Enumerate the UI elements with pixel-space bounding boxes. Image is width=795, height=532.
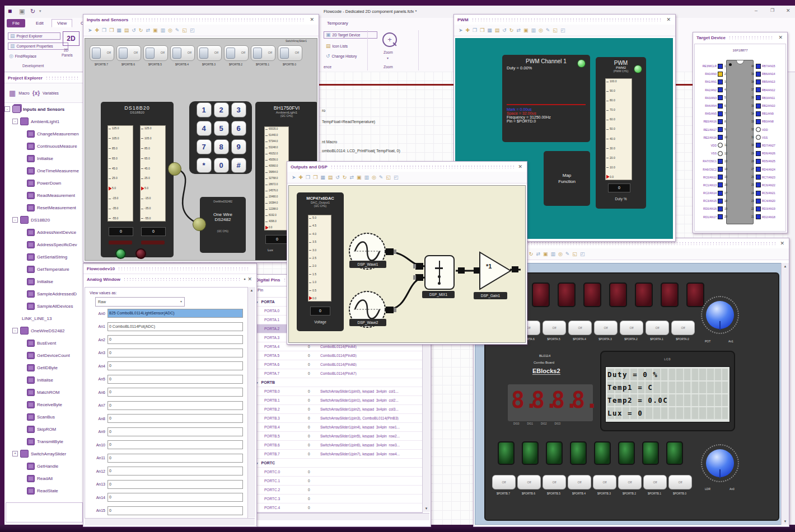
tree-item[interactable]: Initialise <box>4 152 84 164</box>
tree-expander-icon[interactable]: - <box>12 217 18 223</box>
digital-pin-row[interactable]: PORTB <box>254 378 422 387</box>
port-switch-button[interactable]: Off <box>517 475 541 489</box>
component-properties-button[interactable]: ▥ Component Properties <box>8 43 68 50</box>
toggle-switch-body[interactable]: Off <box>251 45 275 61</box>
quick-access-caret-icon[interactable]: ▾ <box>39 9 41 13</box>
dsp-gain-label[interactable]: DSP_Gain1 <box>474 292 507 299</box>
rotate-left-icon[interactable]: ↺ <box>335 175 340 180</box>
port-switch[interactable]: Off $PORTB.6 <box>517 475 540 495</box>
port-switch-button[interactable]: Off <box>568 475 591 489</box>
board-panel-scrollbar[interactable]: ▲ ▼ <box>781 263 789 525</box>
analog-channel-value[interactable]: 0 ComboBL0114Pot(ADC) <box>107 322 243 331</box>
tree-item[interactable]: GetHandle <box>4 460 84 472</box>
toggle-switch-body[interactable]: Off <box>143 45 168 61</box>
panel-close-icon[interactable]: ✕ <box>665 17 672 22</box>
rotate-right-icon[interactable]: ↻ <box>529 252 534 257</box>
chip-pin[interactable]: RA7/OSC1 13 <box>695 157 732 165</box>
chip-pin[interactable]: 26 RC7/AN23 <box>747 173 785 181</box>
rotate-left-icon[interactable]: ↺ <box>502 28 507 33</box>
front-icon[interactable]: ◱ <box>386 175 391 180</box>
save-icon[interactable]: ▣ <box>19 8 25 15</box>
gauge-icon[interactable]: ◎ <box>168 28 172 33</box>
hand-icon[interactable]: ✚ <box>299 175 303 180</box>
tree-item[interactable]: ContinuousMeasure <box>4 140 84 152</box>
port-switch-button[interactable]: Off <box>643 475 667 489</box>
camera-icon[interactable]: ▣ <box>543 252 548 257</box>
chip-pin[interactable]: VDD 11 <box>695 142 732 149</box>
dsp-wave1-label[interactable]: DSP_Wave1 <box>349 261 386 268</box>
grid-icon[interactable]: ▤ <box>328 175 333 180</box>
chip-pin[interactable]: RA0/AN0 2 <box>695 70 732 78</box>
keypad-key[interactable]: 6 <box>231 121 246 136</box>
tree-item[interactable]: - AmbientLight1 <box>4 115 84 128</box>
tree-item[interactable]: ReadState <box>4 484 84 497</box>
tree-item[interactable]: SampleAddressedD <box>4 288 84 300</box>
chip-pin[interactable]: 25 RC6/AN22 <box>747 181 785 189</box>
dac-value[interactable]: 0 <box>310 307 330 316</box>
minimize-panel-icon[interactable]: ▪ <box>242 276 246 282</box>
toggle-switch-body[interactable]: Off <box>224 45 249 61</box>
component-icon[interactable]: ▦ <box>320 175 325 180</box>
toggle-switch[interactable]: Off $PORTB.7 <box>90 45 113 66</box>
chart-icon[interactable]: ▥ <box>364 175 369 180</box>
pencil-icon[interactable]: ✎ <box>175 28 180 33</box>
analog-channel-value[interactable]: 0 <box>107 401 243 410</box>
digital-pin-row[interactable]: PORTB.5 0 SwitchArraySlider1(pin5), keyp… <box>254 432 422 441</box>
minimize-button[interactable]: – <box>755 8 757 13</box>
tab-file[interactable]: File <box>7 19 25 27</box>
copy-icon[interactable]: ❐ <box>102 28 106 33</box>
chip-pin[interactable]: VSS 12 <box>695 149 732 157</box>
chip-pin[interactable]: RD1/AN17 20 <box>695 213 732 221</box>
paste-icon[interactable]: ❒ <box>109 28 114 33</box>
pencil-icon[interactable]: ✎ <box>379 175 384 180</box>
chip-pin[interactable]: RC3/AN15 18 <box>695 197 732 205</box>
port-switch-button[interactable]: Off <box>543 321 566 335</box>
tab-temporary[interactable]: Temporary <box>321 19 354 27</box>
tab-view[interactable]: View <box>52 19 72 27</box>
digital-pin-row[interactable]: PORTB.6 0 SwitchArraySlider1(pin6), keyp… <box>254 441 422 450</box>
ds18b20-block[interactable]: DS18B20 DS18B20 125.0105.085.065.045.025… <box>101 102 174 257</box>
digital-pin-row[interactable]: PORTB.7 0 SwitchArraySlider1(pin7), keyp… <box>254 450 422 459</box>
digital-pin-row[interactable]: PORTB.3 0 SwitchArraySlider1(pin3), Comb… <box>254 414 422 423</box>
chip-pin[interactable]: RE3/MCLR 1 <box>695 62 732 70</box>
pencil-icon[interactable]: ✎ <box>565 252 570 257</box>
tree-item[interactable]: - Inputs and Sensors <box>4 103 84 115</box>
panel-close-icon[interactable]: ✕ <box>517 164 523 170</box>
port-switch[interactable]: Off $PORTB.4 <box>568 475 590 495</box>
port-switch[interactable]: Off $PORTB.2 <box>618 475 640 495</box>
chip-pin[interactable]: 40 RB7/AN15 <box>747 62 785 70</box>
dsp-mix-label[interactable]: DSP_MIX1 <box>422 291 455 298</box>
hand-icon[interactable]: ✚ <box>466 28 470 33</box>
port-switch[interactable]: Off $PORTA.3 <box>594 321 616 341</box>
copy-icon[interactable]: ❐ <box>306 175 310 180</box>
port-switch-button[interactable]: Off <box>492 475 516 489</box>
keypad-key[interactable]: 9 <box>231 139 246 154</box>
grid-icon[interactable]: ▤ <box>495 28 500 33</box>
chip-pin[interactable]: 21 RD2/AN18 <box>747 213 785 221</box>
camera-icon[interactable]: ▣ <box>357 175 362 180</box>
chip-pin[interactable]: RA6/OSC2 14 <box>695 165 732 173</box>
icon-lists-button[interactable]: ▤ Icon Lists <box>326 44 348 49</box>
chip-pin[interactable]: 28 RD5/AN25 <box>747 157 785 165</box>
front-icon[interactable]: ◱ <box>553 28 558 33</box>
pot-knob[interactable] <box>701 296 739 334</box>
analog-channel-value[interactable]: 0 <box>107 480 243 489</box>
onewire-block[interactable]: OneWireDS2482 One Wire DS2482 (I2C CH1) <box>200 197 246 253</box>
port-switch-button[interactable]: Off <box>593 475 616 489</box>
tree-item[interactable]: ScanBus <box>4 411 84 423</box>
chart-icon[interactable]: ▥ <box>550 252 555 257</box>
port-switch-button[interactable]: Off <box>568 321 592 335</box>
back-icon[interactable]: ◰ <box>560 28 565 33</box>
tree-expander-icon[interactable]: + <box>12 451 18 456</box>
port-switch[interactable]: Off $PORTB.1 <box>643 475 666 495</box>
variables-icon[interactable]: {x} <box>32 90 40 96</box>
analog-window-hscrollbar[interactable] <box>85 518 255 525</box>
chip-pin[interactable]: RC2/AN14 17 <box>695 189 732 197</box>
chip-pin[interactable]: 29 RD6/AN26 <box>747 149 785 157</box>
tree-item[interactable]: MatchROM <box>4 386 84 398</box>
tree-item[interactable]: - OneWireDS2482 <box>4 324 84 337</box>
digital-pins-hscrollbar[interactable] <box>254 513 429 520</box>
chip-pin[interactable]: RA4/AN4 6 <box>695 102 732 110</box>
keypad-key[interactable]: 8 <box>214 139 229 154</box>
port-switch-button[interactable]: Off <box>620 321 643 335</box>
